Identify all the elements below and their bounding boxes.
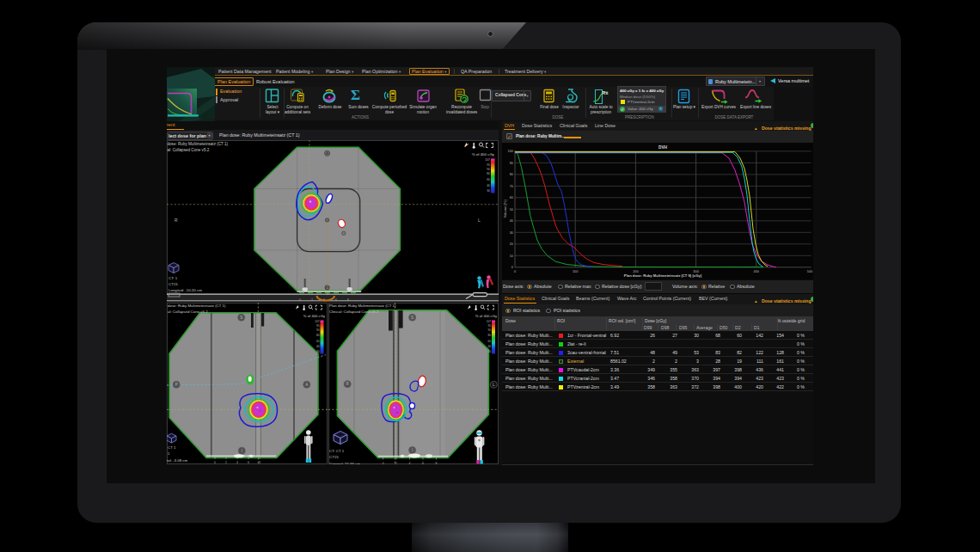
svg-text:Clinical: Collapsed Cone v5.2: Clinical: Collapsed Cone v5.2 [329, 310, 379, 314]
svg-text:80: 80 [316, 334, 320, 337]
svg-text:60: 60 [487, 340, 491, 343]
svg-text:Plan dose: Ruby Multimeteinsat: Plan dose: Ruby Multimeteinsatz (CT 9) [… [624, 273, 702, 278]
svg-text:4: 4 [323, 298, 325, 302]
svg-text:S: S [240, 316, 242, 320]
svg-text:6: 6 [335, 298, 337, 302]
svg-text:Rx: Rx [602, 90, 609, 95]
svg-text:% of 400 cGy: % of 400 cGy [472, 152, 495, 156]
svg-text:Longitud: -10.20 cm: Longitud: -10.20 cm [168, 288, 202, 292]
svg-text:dose: Ruby Multimeteinsatz (CT: dose: Ruby Multimeteinsatz (CT 1) [168, 142, 229, 146]
svg-text:80: 80 [487, 334, 491, 337]
svg-text:4: 4 [409, 462, 411, 465]
svg-text:L: L [478, 218, 481, 223]
svg-text:% of 400 cGy: % of 400 cGy [475, 314, 498, 318]
svg-text:DVH: DVH [658, 145, 668, 150]
svg-text:90: 90 [487, 328, 491, 332]
svg-text:107: 107 [485, 158, 490, 162]
svg-text:al: Collapsed Cone v5.2: al: Collapsed Cone v5.2 [168, 148, 210, 152]
svg-text:I: I [412, 448, 413, 452]
svg-text:8: 8 [259, 461, 260, 464]
svg-text:40: 40 [487, 345, 491, 348]
svg-text:8: 8 [347, 298, 349, 302]
svg-text:95: 95 [316, 324, 320, 328]
svg-text:CT: 1: CT: 1 [168, 276, 178, 280]
svg-text:107: 107 [487, 320, 492, 323]
svg-text:2: 2 [311, 298, 313, 302]
svg-text:CT 1: CT 1 [168, 445, 176, 450]
svg-text:90: 90 [316, 328, 320, 332]
svg-text:al: Collapsed Cone v5.2: al: Collapsed Cone v5.2 [168, 310, 208, 314]
svg-text:% of 400 cGy: % of 400 cGy [303, 314, 326, 318]
svg-text:30: 30 [487, 350, 491, 353]
svg-text:30: 30 [487, 189, 490, 193]
svg-text:40: 40 [487, 184, 490, 187]
svg-text:30: 30 [316, 350, 320, 353]
svg-text:6: 6 [248, 461, 249, 464]
svg-text:100: 100 [508, 149, 514, 153]
svg-text:100: 100 [573, 269, 579, 273]
svg-text:8: 8 [436, 462, 438, 465]
svg-text:CT15: CT15 [168, 282, 178, 286]
svg-text:60: 60 [316, 340, 320, 343]
svg-text:6: 6 [422, 462, 424, 465]
svg-text:Volume [%]: Volume [%] [503, 199, 507, 218]
svg-text:2: 2 [225, 461, 227, 464]
svg-text:400: 400 [754, 269, 760, 273]
svg-text:95: 95 [487, 324, 491, 328]
svg-text:40: 40 [316, 345, 320, 348]
svg-text:107: 107 [315, 320, 320, 323]
svg-text:I: I [242, 449, 242, 453]
svg-text:60: 60 [487, 178, 490, 181]
svg-text:90: 90 [487, 168, 490, 171]
svg-text:80: 80 [487, 172, 490, 175]
svg-text:0: 0 [299, 298, 301, 302]
svg-text:dose: Ruby Multimeteinsatz (CT: dose: Ruby Multimeteinsatz (CT 1) [168, 304, 226, 308]
svg-text:R: R [175, 218, 178, 223]
svg-text:CT: CT 1: CT: CT 1 [329, 449, 345, 453]
svg-text:CT15: CT15 [329, 455, 339, 459]
svg-text:2: 2 [395, 462, 397, 465]
svg-text:Plan dose: Ruby Multimeteinsat: Plan dose: Ruby Multimeteinsatz (CT 1) [329, 304, 396, 308]
svg-text:tal: -3.08 cm: tal: -3.08 cm [167, 458, 187, 463]
svg-text:Coronal: 22.34 cm: Coronal: 22.34 cm [329, 462, 360, 465]
svg-text:200: 200 [633, 269, 639, 273]
svg-text:P: P [175, 383, 178, 387]
svg-text:A: A [305, 383, 308, 387]
svg-text:95: 95 [487, 163, 490, 167]
svg-text:300: 300 [693, 269, 699, 273]
svg-text:0: 0 [383, 462, 384, 465]
svg-text:0: 0 [214, 461, 216, 464]
svg-text:500: 500 [807, 269, 813, 273]
svg-text:S: S [411, 316, 413, 320]
svg-text:1: 1 [168, 451, 170, 456]
svg-text:4: 4 [236, 461, 238, 464]
